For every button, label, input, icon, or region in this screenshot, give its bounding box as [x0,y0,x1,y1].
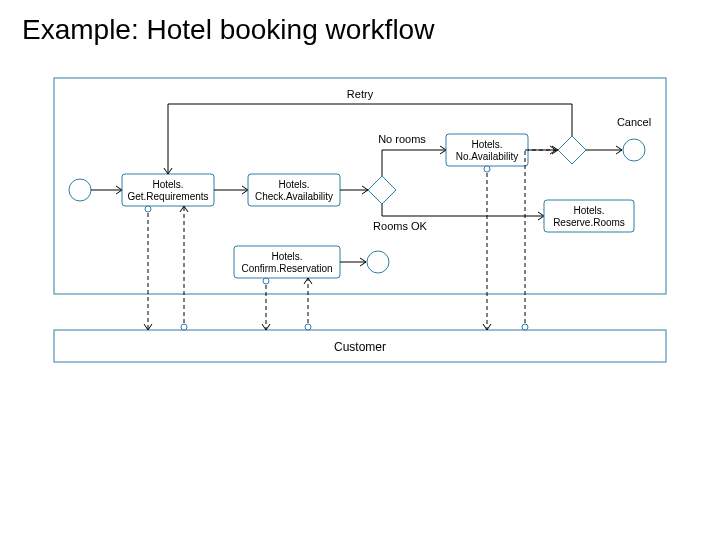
activity-reserve-rooms-label2: Reserve.Rooms [553,217,625,228]
activity-get-requirements-label2: Get.Requirements [127,191,208,202]
edge-cancel-label: Cancel [617,116,651,128]
edge-rooms-ok-label: Rooms OK [373,220,427,232]
edge-retry-label: Retry [347,88,374,100]
svg-point-18 [522,324,528,330]
svg-point-17 [484,166,490,172]
decision-retry-cancel [558,136,586,164]
activity-check-availability-label2: Check.Availability [255,191,333,202]
activity-check-availability-label1: Hotels. [278,179,309,190]
edge-no-rooms-label: No rooms [378,133,426,145]
svg-point-13 [145,206,151,212]
start-node [69,179,91,201]
activity-no-availability-label2: No.Availability [456,151,519,162]
activity-no-availability-label1: Hotels. [471,139,502,150]
svg-point-15 [263,278,269,284]
end-confirm-node [367,251,389,273]
svg-point-14 [181,324,187,330]
customer-lane-label: Customer [334,340,386,354]
activity-confirm-reservation-label1: Hotels. [271,251,302,262]
workflow-diagram: Customer Hotels. Get.Requirements Hotels… [50,70,670,400]
activity-reserve-rooms-label1: Hotels. [573,205,604,216]
end-cancel-node [623,139,645,161]
decision-availability [368,176,396,204]
activity-confirm-reservation-label2: Confirm.Reservation [241,263,332,274]
activity-get-requirements-label1: Hotels. [152,179,183,190]
svg-point-16 [305,324,311,330]
page-title: Example: Hotel booking workflow [0,0,720,46]
